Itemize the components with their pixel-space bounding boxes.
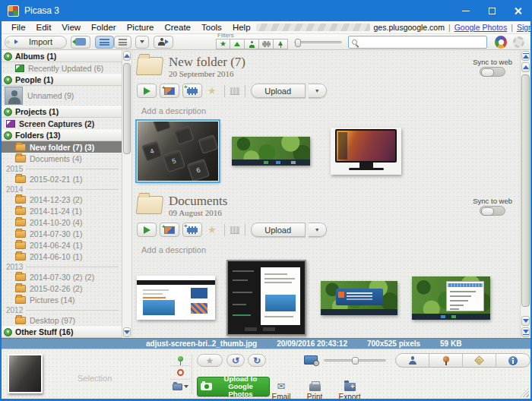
sidebar-item-2014-10-20[interactable]: 2014-10-20 (4) — [2, 216, 122, 228]
add-to-album-button[interactable] — [170, 380, 190, 393]
rotate-left-button[interactable]: ↺ — [226, 354, 245, 367]
section-title[interactable]: New folder (7) — [169, 55, 245, 69]
sync-toggle[interactable] — [480, 206, 505, 216]
star-photo-button[interactable]: ★ — [197, 354, 223, 367]
collapse-icon[interactable]: ▼ — [4, 52, 12, 61]
scroll-down-button[interactable] — [521, 316, 530, 326]
sidebar-item-2014-12-23[interactable]: 2014-12-23 (2) — [2, 194, 122, 205]
search-input[interactable] — [360, 37, 483, 46]
collapse-icon[interactable]: ▼ — [4, 76, 12, 84]
section-title[interactable]: Documents — [169, 194, 227, 208]
main-scrollbar[interactable] — [520, 50, 530, 338]
menu-file[interactable]: File — [6, 23, 31, 32]
collapse-icon[interactable]: ▼ — [4, 131, 12, 140]
upload-to-google-photos-button[interactable]: Upload to Google Photos — [197, 377, 270, 396]
sidebar-item-2015-02-21[interactable]: 2015-02-21 (1) — [2, 173, 122, 185]
slideshow-button[interactable] — [137, 84, 157, 98]
zoom-knob[interactable] — [352, 357, 359, 365]
filter-faces-button[interactable] — [245, 39, 259, 49]
collage-button[interactable] — [160, 223, 179, 237]
collapse-icon[interactable]: ▼ — [4, 108, 12, 116]
sidebar-item-2014-07-30[interactable]: 2014-07-30 (1) — [2, 228, 122, 239]
scroll-up-button[interactable] — [123, 51, 131, 61]
places-tool-button[interactable] — [429, 354, 463, 367]
sidebar-header-projects[interactable]: ▼Projects (1) — [2, 106, 122, 118]
clear-selection-button[interactable] — [170, 366, 190, 380]
sidebar-item-recently-updated[interactable]: Recently Updated (6) — [2, 62, 122, 74]
movie-button[interactable] — [182, 84, 202, 98]
sidebar-item-2014-07-30-2[interactable]: 2014-07-30 (2) (2) — [2, 271, 122, 283]
close-button[interactable] — [505, 0, 530, 21]
filter-movies-button[interactable] — [259, 39, 274, 49]
hold-selection-button[interactable] — [170, 352, 190, 366]
scroll-up-button[interactable] — [521, 62, 530, 72]
sign-out-link[interactable]: Sign Out — [517, 23, 532, 32]
sidebar-scrollbar[interactable] — [122, 50, 132, 338]
photo-thumbnail-keyboard[interactable]: 4 5 6 — [137, 121, 219, 182]
description-placeholder[interactable]: Add a description — [141, 245, 520, 254]
sidebar-header-folders[interactable]: ▼Folders (13) — [2, 129, 122, 141]
minimize-button[interactable] — [453, 0, 479, 21]
sidebar-header-other-stuff[interactable]: ▼Other Stuff (16) — [2, 326, 122, 338]
tags-tool-button[interactable] — [463, 354, 496, 367]
tree-view-button[interactable] — [114, 36, 131, 49]
people-slideshow-button[interactable] — [154, 36, 173, 49]
upload-button[interactable]: Upload — [251, 223, 306, 237]
sidebar-item-2014-06-24[interactable]: 2014-06-24 (1) — [2, 239, 122, 251]
google-photos-link[interactable]: Google Photos — [454, 23, 507, 32]
scroll-down-button[interactable] — [123, 327, 131, 337]
collapse-icon[interactable]: ▼ — [4, 328, 12, 336]
scroll-track[interactable] — [521, 73, 530, 315]
sidebar-item-2015-02-26[interactable]: 2015-02-26 (2) — [2, 283, 122, 294]
photo-thumbnail-game-map[interactable] — [232, 137, 310, 166]
menu-view[interactable]: View — [56, 23, 86, 32]
selection-thumbnail[interactable] — [8, 354, 43, 393]
sidebar-item-screen-captures[interactable]: Screen Captures (2) — [2, 118, 122, 129]
photo-thumbnail-context-menu[interactable] — [412, 276, 490, 320]
upload-button[interactable]: Upload — [251, 84, 306, 98]
sidebar-item-new-folder[interactable]: New folder (7) (3) — [2, 141, 122, 153]
photo-thumbnail-print-dialog[interactable] — [226, 260, 306, 336]
import-button[interactable]: Import — [5, 36, 67, 49]
collage-button[interactable] — [160, 84, 179, 98]
menu-folder[interactable]: Folder — [86, 23, 122, 32]
upload-dropdown-button[interactable]: ▼ — [309, 84, 327, 98]
info-tool-button[interactable] — [496, 354, 530, 367]
date-range-slider[interactable] — [294, 41, 342, 43]
menu-edit[interactable]: Edit — [31, 23, 57, 32]
menu-tools[interactable]: Tools — [196, 23, 227, 32]
sidebar-item-2014-11-24[interactable]: 2014-11-24 (1) — [2, 205, 122, 216]
menu-picture[interactable]: Picture — [122, 23, 160, 32]
slideshow-button[interactable] — [137, 223, 157, 237]
zoom-slider[interactable] — [324, 359, 386, 362]
sidebar-item-pictures[interactable]: Pictures (14) — [2, 294, 122, 305]
movie-button[interactable] — [182, 223, 202, 237]
scroll-thumb[interactable] — [521, 74, 530, 307]
maximize-button[interactable] — [479, 0, 505, 21]
upload-dropdown-button[interactable]: ▼ — [309, 223, 327, 237]
add-album-button[interactable] — [71, 36, 90, 49]
sidebar-header-people[interactable]: ▼People (1) — [2, 74, 122, 86]
resize-grip[interactable] — [520, 388, 529, 397]
email-button[interactable]: ✉ Email — [266, 380, 296, 401]
flat-view-button[interactable] — [95, 36, 114, 49]
export-button[interactable]: Export — [334, 380, 365, 401]
filter-starred-button[interactable]: ★ — [216, 39, 230, 49]
menu-help[interactable]: Help — [227, 23, 256, 32]
photo-thumbnail-notification[interactable] — [321, 281, 397, 315]
sync-toggle[interactable] — [480, 67, 505, 77]
rotate-right-button[interactable]: ↻ — [248, 354, 266, 367]
photo-thumbnail-webpage[interactable] — [137, 276, 215, 320]
sidebar-item-2014-06-10[interactable]: 2014-06-10 (1) — [2, 251, 122, 262]
jump-prev-button[interactable] — [521, 51, 530, 61]
people-tool-button[interactable] — [396, 354, 429, 367]
sidebar-item-desktop[interactable]: Desktop (97) — [2, 314, 122, 326]
description-placeholder[interactable]: Add a description — [141, 106, 520, 115]
scroll-thumb[interactable] — [123, 63, 131, 154]
scroll-track[interactable] — [122, 62, 131, 327]
view-dropdown-button[interactable] — [135, 36, 149, 49]
sidebar-item-unnamed[interactable]: Unnamed (9) — [2, 86, 122, 106]
sidebar-item-documents[interactable]: Documents (4) — [2, 153, 122, 164]
jump-next-button[interactable] — [521, 327, 530, 337]
sidebar-header-albums[interactable]: ▼Albums (1) — [2, 50, 122, 62]
